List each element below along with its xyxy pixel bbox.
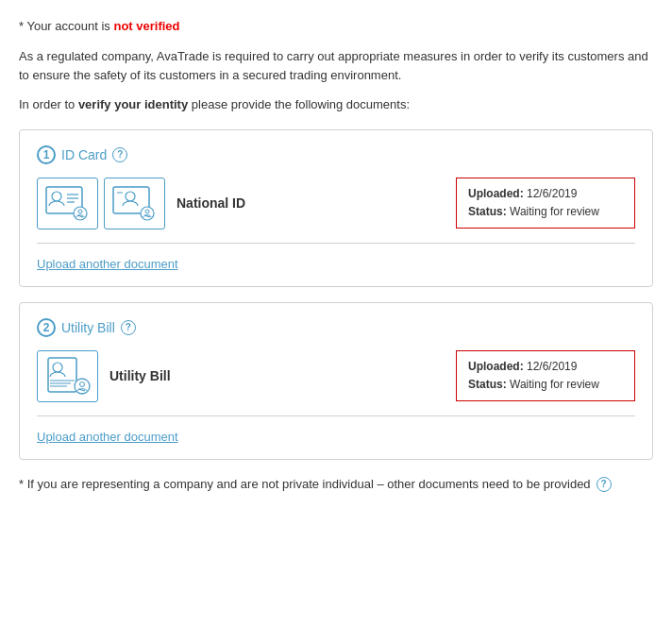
utility-status-label: Status: <box>468 378 507 391</box>
utility-bill-icon <box>37 350 98 402</box>
utility-bill-help-icon[interactable]: ? <box>121 320 136 335</box>
description-text: As a regulated company, AvaTrade is requ… <box>19 47 653 87</box>
id-uploaded-date: 12/6/2019 <box>527 187 577 200</box>
utility-status-value: Waiting for review <box>510 378 599 391</box>
id-card-section: 1 ID Card ? <box>19 129 653 287</box>
id-card-label: ID Card <box>61 147 107 162</box>
id-uploaded-label: Uploaded: <box>468 187 524 200</box>
utility-bill-status-box: Uploaded: 12/6/2019 Status: Waiting for … <box>456 350 635 401</box>
footer-note-text: * If you are representing a company and … <box>19 475 591 495</box>
footer-help-icon[interactable]: ? <box>596 477 612 492</box>
id-card-divider <box>37 243 635 244</box>
id-card-doc-row: National ID Uploaded: 12/6/2019 Status: … <box>37 178 635 229</box>
account-status-notice: * Your account is not verified <box>19 17 653 36</box>
not-verified-text: not verified <box>113 19 179 33</box>
id-card-status-box: Uploaded: 12/6/2019 Status: Waiting for … <box>456 178 635 229</box>
step-1-circle: 1 <box>37 145 56 164</box>
id-card-help-icon[interactable]: ? <box>112 147 127 162</box>
id-back-icon <box>104 178 165 229</box>
utility-uploaded-date: 12/6/2019 <box>527 360 577 373</box>
step-2-circle: 2 <box>37 318 56 337</box>
utility-uploaded-label: Uploaded: <box>468 360 524 373</box>
utility-status-line: Status: Waiting for review <box>468 376 623 394</box>
prompt-pre: In order to <box>19 97 78 111</box>
identity-prompt: In order to verify your identity please … <box>19 95 653 114</box>
utility-uploaded-line: Uploaded: 12/6/2019 <box>468 358 623 376</box>
prompt-bold: verify your identity <box>78 97 188 111</box>
utility-bill-label: Utility Bill <box>61 320 115 335</box>
id-status-value: Waiting for review <box>510 205 599 218</box>
id-status-label: Status: <box>468 205 507 218</box>
svg-rect-14 <box>48 358 76 392</box>
utility-bill-icons <box>37 350 98 402</box>
utility-bill-divider <box>37 415 635 416</box>
id-card-upload-link[interactable]: Upload another document <box>37 257 178 271</box>
id-card-icons <box>37 178 165 229</box>
utility-bill-doc-label: Utility Bill <box>109 368 445 383</box>
id-status-line: Status: Waiting for review <box>468 203 623 221</box>
utility-bill-doc-row: Utility Bill Uploaded: 12/6/2019 Status:… <box>37 350 635 402</box>
id-uploaded-line: Uploaded: 12/6/2019 <box>468 185 623 203</box>
national-id-label: National ID <box>176 195 445 211</box>
utility-bill-upload-link[interactable]: Upload another document <box>37 430 178 444</box>
footer-note: * If you are representing a company and … <box>19 475 653 495</box>
id-front-icon <box>37 178 98 229</box>
utility-bill-section: 2 Utility Bill ? Ut <box>19 302 653 460</box>
asterisk-prefix: * Your account is <box>19 19 113 33</box>
prompt-post: please provide the following documents: <box>188 97 410 111</box>
utility-bill-title: 2 Utility Bill ? <box>37 318 635 337</box>
id-card-title: 1 ID Card ? <box>37 145 635 164</box>
